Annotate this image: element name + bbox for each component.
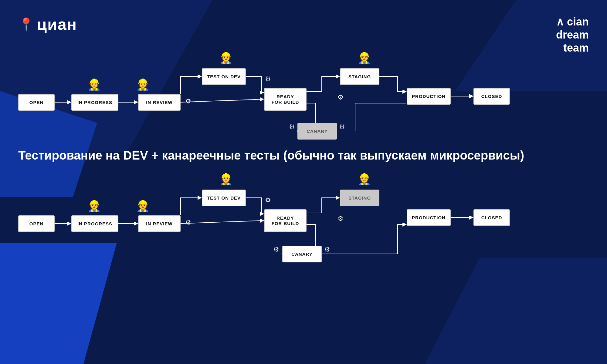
node-canary-2: CANARY <box>282 246 322 262</box>
logo-dreamteam-text: ∧ ciandreamteam <box>556 15 589 54</box>
cian-logo-icon: 📍 <box>18 17 34 32</box>
node-production-1: PRODUCTION <box>407 88 451 105</box>
diagram-bottom: OPEN IN PROGRESS IN REVIEW TEST ON DEV R… <box>18 173 595 276</box>
gear-icon-4: ⚙ <box>289 123 295 131</box>
svg-line-3 <box>181 99 263 102</box>
node-canary-1: CANARY <box>297 123 337 140</box>
node-closed-2: CLOSED <box>473 209 510 226</box>
gear-icon-3: ⚙ <box>337 93 344 101</box>
logo-cian: 📍 циан <box>18 15 77 33</box>
person-icon-2: 👷 <box>136 78 150 91</box>
gear-icon-2: ⚙ <box>265 75 271 83</box>
node-open-2: OPEN <box>18 215 55 232</box>
node-open-1: OPEN <box>18 94 55 111</box>
logo-dreamteam: ∧ ciandreamteam <box>556 15 589 55</box>
node-staging-1: STAGING <box>340 68 379 85</box>
node-in-review-1: IN REVIEW <box>138 94 181 111</box>
gear-icon-8: ⚙ <box>337 215 344 223</box>
node-in-progress-2: IN PROGRESS <box>71 215 118 232</box>
node-ready-for-build-2: READYFOR BUILD <box>264 209 307 232</box>
person-icon-5: 👷 <box>87 200 101 212</box>
gear-icon-10: ⚙ <box>324 246 330 254</box>
person-icon-4: 👷 <box>358 52 371 64</box>
gear-icon-1: ⚙ <box>185 97 191 105</box>
node-ready-for-build-1: READYFOR BUILD <box>264 88 307 111</box>
svg-line-8 <box>181 221 263 224</box>
person-icon-3: 👷 <box>219 52 233 64</box>
node-closed-1: CLOSED <box>473 88 510 105</box>
person-icon-6: 👷 <box>136 200 150 212</box>
gear-icon-7: ⚙ <box>265 196 271 204</box>
gear-icon-5: ⚙ <box>339 123 345 131</box>
node-staging-2: STAGING <box>340 190 379 206</box>
node-in-review-2: IN REVIEW <box>138 215 181 232</box>
person-icon-1: 👷 <box>87 78 101 91</box>
node-in-progress-1: IN PROGRESS <box>71 94 118 111</box>
node-test-on-dev-1: TEST ON DEV <box>202 68 246 85</box>
cian-logo-text: циан <box>37 15 77 33</box>
gear-icon-9: ⚙ <box>273 246 279 254</box>
node-test-on-dev-2: TEST ON DEV <box>202 190 246 206</box>
gear-icon-6: ⚙ <box>185 219 191 227</box>
diagram-top: OPEN IN PROGRESS IN REVIEW TEST ON DEV R… <box>18 58 595 152</box>
person-icon-8: 👷 <box>358 173 371 186</box>
person-icon-7: 👷 <box>219 173 233 186</box>
node-production-2: PRODUCTION <box>407 209 451 226</box>
